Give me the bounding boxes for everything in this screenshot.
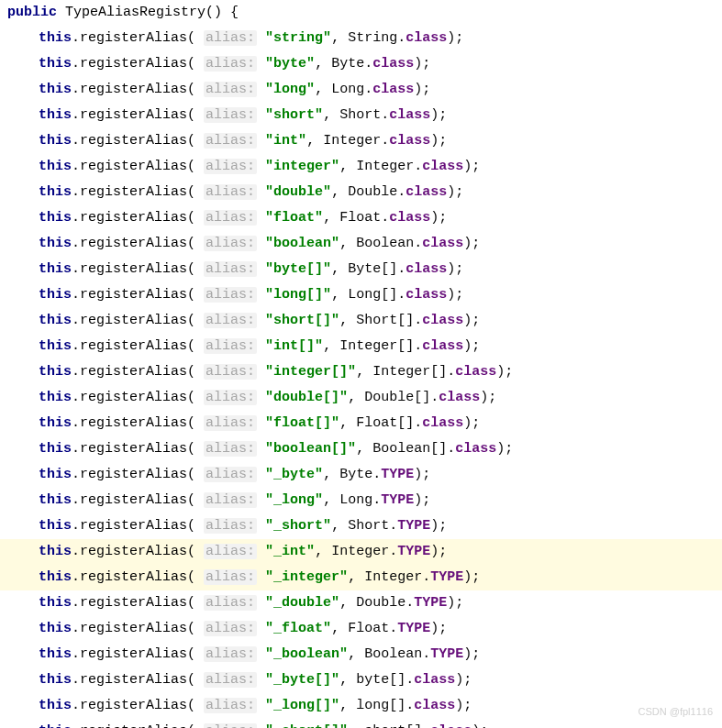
class-suffix: TYPE xyxy=(430,646,463,662)
alias-literal: "_byte" xyxy=(265,467,323,482)
keyword-public: public xyxy=(7,5,57,20)
alias-literal: "_short" xyxy=(265,518,331,534)
class-suffix: TYPE xyxy=(430,569,463,585)
class-suffix: class xyxy=(389,210,430,226)
code-line: this.registerAlias( alias: "_integer", I… xyxy=(0,565,722,590)
code-line: this.registerAlias( alias: "string", Str… xyxy=(0,26,722,51)
type-name: Long xyxy=(339,492,372,508)
method-name: registerAlias xyxy=(80,287,187,303)
keyword-this: this xyxy=(39,723,72,728)
type-name: Integer xyxy=(323,133,381,149)
parameter-hint: alias: xyxy=(204,210,257,226)
type-name: Integer xyxy=(364,569,422,585)
keyword-this: this xyxy=(39,133,72,149)
method-name: registerAlias xyxy=(80,441,187,457)
alias-literal: "long" xyxy=(265,82,315,97)
alias-literal: "double" xyxy=(265,184,331,200)
alias-literal: "short[]" xyxy=(265,313,339,328)
method-name: registerAlias xyxy=(80,621,187,636)
keyword-this: this xyxy=(39,107,72,123)
class-suffix: class xyxy=(389,107,430,123)
class-suffix: TYPE xyxy=(381,467,414,482)
class-suffix: class xyxy=(405,261,447,277)
code-line: this.registerAlias( alias: "_int", Integ… xyxy=(0,539,722,565)
class-suffix: class xyxy=(372,82,414,97)
alias-literal: " short[]" xyxy=(265,723,348,728)
parameter-hint: alias: xyxy=(204,544,257,559)
alias-literal: "float" xyxy=(265,210,323,226)
parameter-hint: alias: xyxy=(204,492,257,508)
code-line: this.registerAlias( alias: "byte", Byte.… xyxy=(0,51,722,77)
alias-literal: "_integer" xyxy=(265,569,348,585)
type-name: Boolean xyxy=(364,646,422,662)
method-name: registerAlias xyxy=(80,518,187,534)
keyword-this: this xyxy=(39,441,72,457)
alias-literal: "integer[]" xyxy=(265,364,356,380)
keyword-this: this xyxy=(39,698,72,713)
keyword-this: this xyxy=(39,595,72,611)
keyword-this: this xyxy=(39,621,72,636)
alias-literal: "_float" xyxy=(265,621,331,636)
parameter-hint: alias: xyxy=(204,698,257,713)
method-name: registerAlias xyxy=(80,82,187,97)
class-suffix: class xyxy=(422,159,463,174)
alias-literal: "int" xyxy=(265,133,306,149)
parameter-hint: alias: xyxy=(204,313,257,328)
parameter-hint: alias: xyxy=(204,56,257,72)
method-name: registerAlias xyxy=(80,415,187,431)
class-suffix: class xyxy=(422,236,463,251)
method-name: registerAlias xyxy=(80,210,187,226)
class-suffix: TYPE xyxy=(397,621,430,636)
method-name: registerAlias xyxy=(80,236,187,251)
alias-literal: "boolean[]" xyxy=(265,441,356,457)
alias-literal: "int[]" xyxy=(265,338,323,354)
method-name: registerAlias xyxy=(80,159,187,174)
method-name: registerAlias xyxy=(80,544,187,559)
alias-literal: "_int" xyxy=(265,544,315,559)
class-suffix: TYPE xyxy=(397,544,430,559)
parameter-hint: alias: xyxy=(204,390,257,405)
parameter-hint: alias: xyxy=(204,621,257,636)
keyword-this: this xyxy=(39,646,72,662)
alias-literal: "_long" xyxy=(265,492,323,508)
type-name: Byte[] xyxy=(348,261,397,277)
type-name: Integer[] xyxy=(372,364,447,380)
type-name: Short[] xyxy=(356,313,414,328)
keyword-this: this xyxy=(39,56,72,72)
type-name: Byte xyxy=(331,56,364,72)
class-suffix: class xyxy=(405,287,447,303)
type-name: Boolean[] xyxy=(372,441,447,457)
class-suffix: class xyxy=(439,390,480,405)
type-name: Double xyxy=(356,595,405,611)
code-line: this.registerAlias( alias: "byte[]", Byt… xyxy=(0,257,722,282)
alias-literal: "short" xyxy=(265,107,323,123)
type-name: byte[] xyxy=(356,672,405,688)
class-suffix: class xyxy=(422,313,463,328)
code-line: this.registerAlias( alias: "float[]", Fl… xyxy=(0,411,722,436)
method-name: registerAlias xyxy=(80,698,187,713)
class-suffix: class xyxy=(389,133,430,149)
code-line: this.registerAlias( alias: "short[]", Sh… xyxy=(0,308,722,334)
parameter-hint: alias: xyxy=(204,107,257,123)
class-suffix: class xyxy=(422,338,463,354)
method-name: registerAlias xyxy=(80,646,187,662)
keyword-this: this xyxy=(39,82,72,97)
alias-literal: "byte" xyxy=(265,56,315,72)
class-suffix: class xyxy=(405,30,447,46)
type-name: Byte xyxy=(339,467,372,482)
code-line: this.registerAlias( alias: "_short", Sho… xyxy=(0,513,722,539)
keyword-this: this xyxy=(39,30,72,46)
parameter-hint: alias: xyxy=(204,441,257,457)
class-suffix: class xyxy=(372,56,414,72)
code-line: this.registerAlias( alias: "_byte[]", by… xyxy=(0,667,722,693)
parameter-hint: alias: xyxy=(204,723,257,728)
method-name: registerAlias xyxy=(80,569,187,585)
code-line: this.registerAlias( alias: "long[]", Lon… xyxy=(0,282,722,308)
keyword-this: this xyxy=(39,492,72,508)
alias-literal: "double[]" xyxy=(265,390,348,405)
method-name: registerAlias xyxy=(80,313,187,328)
method-name: registerAlias xyxy=(80,107,187,123)
code-line: this.registerAlias( alias: "_byte", Byte… xyxy=(0,462,722,488)
parameter-hint: alias: xyxy=(204,467,257,482)
code-line: this.registerAlias( alias: "_double", Do… xyxy=(0,590,722,616)
